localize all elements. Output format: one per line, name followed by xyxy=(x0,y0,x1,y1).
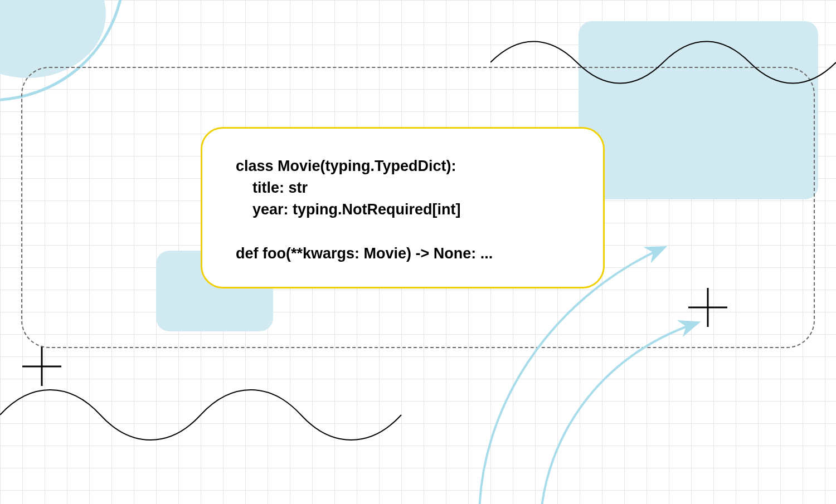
plus-icon xyxy=(20,344,64,389)
code-line: def foo(**kwargs: Movie) -> None: ... xyxy=(236,245,493,262)
code-line: class Movie(typing.TypedDict): xyxy=(236,158,456,174)
decorative-wave-top-right xyxy=(490,29,836,98)
code-line: year: typing.NotRequired[int] xyxy=(236,201,461,218)
code-block: class Movie(typing.TypedDict): title: st… xyxy=(236,155,570,265)
decorative-arc-top-left xyxy=(0,0,156,136)
code-line: title: str xyxy=(236,179,308,196)
decorative-arrow-lower xyxy=(535,295,713,504)
code-card: class Movie(typing.TypedDict): title: st… xyxy=(201,127,605,288)
